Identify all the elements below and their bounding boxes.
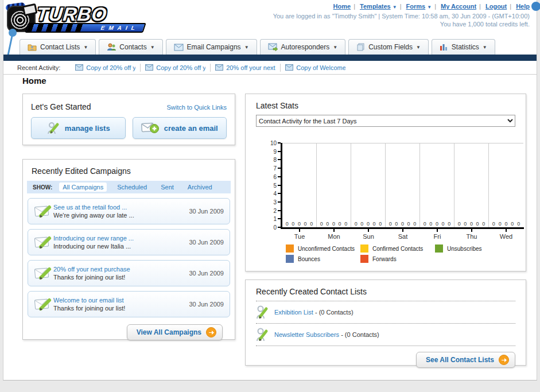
email-envelope-icon (145, 64, 153, 71)
x-axis-line (281, 227, 524, 229)
chart-value-labels: 00000 (489, 221, 523, 227)
envelope-pencil-icon (34, 235, 53, 250)
contact-list-link[interactable]: Exhibition List (274, 309, 313, 316)
chart-day-group: 00000 (420, 143, 454, 228)
chart-value-label: 0 (499, 221, 502, 227)
campaign-row[interactable]: 20% off your next purchase Thanks for jo… (28, 260, 230, 286)
tab-label: Contacts (119, 43, 146, 51)
filter-scheduled[interactable]: Scheduled (114, 183, 150, 192)
chart-value-label: 0 (436, 221, 438, 227)
email-envelope-icon (75, 64, 83, 71)
filter-all-campaigns[interactable]: All Campaigns (59, 183, 107, 192)
chart-value-label: 0 (339, 221, 341, 227)
campaign-subtitle: Thanks for joining our list! (53, 273, 189, 281)
chevron-down-icon: ▼ (244, 45, 249, 50)
x-axis-day-label: Mon (323, 233, 345, 240)
nav-link-templates[interactable]: Templates (360, 3, 391, 10)
y-axis-tick-label: 10 (264, 140, 277, 146)
x-axis-day-label: Sun (357, 233, 380, 240)
tab-contact-lists[interactable]: Contact Lists▼ (20, 39, 96, 55)
filter-sent[interactable]: Sent (157, 183, 177, 192)
nav-link-my-account[interactable]: My Account (441, 3, 476, 10)
stats-period-select[interactable]: Contact Activity for the Last 7 Days (256, 115, 515, 127)
chart-day-group: 00000 (317, 143, 351, 228)
chart-value-label: 0 (395, 221, 398, 227)
chart-value-label: 0 (332, 221, 335, 227)
campaign-title-link[interactable]: Introducing our new range ... (53, 234, 189, 242)
recent-activity-bar: Recent Activity: Copy of 20% off yo Copy… (3, 61, 537, 75)
campaign-date: 30 Jun 2009 (189, 301, 224, 308)
credits-info: You have 1,000 total credits left. (440, 21, 530, 28)
recent-activity-item[interactable]: Copy of 20% off yo (71, 64, 141, 72)
nav-link-logout[interactable]: Logout (485, 3, 507, 10)
get-started-title: Let's Get Started (31, 102, 91, 111)
x-axis-tick-mark (368, 229, 369, 232)
login-info: You are logged in as "Timothy Smith" | S… (273, 13, 530, 20)
contact-list-count: - (0 Contacts) (313, 309, 353, 316)
legend-label: Forwards (372, 256, 397, 262)
tab-autoresponders[interactable]: Autoresponders▼ (260, 39, 346, 55)
contact-list-item: Newsletter Subscribers - (0 Contacts) (256, 324, 515, 346)
chart-value-label: 0 (429, 221, 432, 227)
recent-activity-item[interactable]: Copy of 20% off yo (141, 64, 211, 72)
campaign-title-link[interactable]: Welcome to our email list (53, 296, 189, 304)
chart-value-label: 0 (298, 221, 301, 227)
chart-day-group: 00000 (386, 143, 420, 228)
campaigns-panel: Recently Edited Campaigns SHOW: All Camp… (22, 159, 235, 340)
campaign-row[interactable]: Welcome to our email list Thanks for joi… (28, 291, 230, 317)
recent-activity-item[interactable]: 20% off your next p (211, 64, 281, 72)
tab-custom-fields[interactable]: Custom Fields▼ (348, 39, 429, 55)
see-all-contact-lists-button[interactable]: See All Contact Lists (416, 352, 515, 368)
legend-label: Confirmed Contacts (372, 246, 423, 252)
campaign-row[interactable]: Introducing our new range ... Introducin… (28, 229, 230, 255)
chart-value-label: 0 (470, 221, 473, 227)
chart-value-label: 0 (511, 221, 514, 227)
campaign-date: 30 Jun 2009 (189, 208, 224, 215)
tab-statistics[interactable]: Statistics▼ (432, 39, 495, 55)
help-bubble-icon[interactable] (531, 2, 540, 11)
nav-link-help[interactable]: Help (516, 3, 530, 10)
chart-value-labels: 00000 (386, 221, 419, 227)
chart-day-group: 00000 (454, 143, 489, 228)
chart-value-label: 0 (517, 221, 520, 227)
contact-lists-folder-icon (28, 43, 37, 51)
tab-contacts[interactable]: Contacts▼ (99, 39, 162, 55)
statistics-chart-icon (440, 43, 448, 51)
page-container: TURBO EMAIL Home| Templates ▼| Forms ▼| … (3, 0, 537, 381)
contact-list-link[interactable]: Newsletter Subscribers (274, 331, 339, 338)
campaigns-title: Recently Edited Campaigns (32, 166, 231, 176)
chart-value-labels: 00000 (317, 221, 351, 227)
chart-value-label: 0 (476, 221, 479, 227)
legend-item: Unsubscribes (435, 244, 510, 253)
orange-arrow-icon (206, 327, 216, 337)
view-all-campaigns-button[interactable]: View All Campaigns (127, 324, 223, 340)
logo-title: TURBO (36, 3, 108, 25)
email-envelope-icon (285, 64, 293, 71)
chart-value-labels: 00000 (454, 221, 488, 227)
campaign-date: 30 Jun 2009 (189, 239, 224, 246)
x-axis-tick-mark (437, 229, 438, 232)
chart-value-label: 0 (407, 221, 410, 227)
campaign-title-link[interactable]: See us at the retail food ... (53, 203, 189, 211)
get-started-panel: Let's Get Started Switch to Quick Links … (22, 94, 235, 145)
switch-quick-links-link[interactable]: Switch to Quick Links (166, 104, 227, 111)
x-axis-tick-mark (402, 229, 403, 232)
recent-activity-item[interactable]: Copy of Welcome to (281, 64, 350, 72)
x-axis-tick-mark (471, 229, 472, 232)
y-axis-tick-label: 0 (264, 224, 277, 231)
campaign-row[interactable]: See us at the retail food ... We're givi… (28, 198, 230, 224)
latest-stats-title: Latest Stats (256, 101, 515, 110)
tab-email-campaigns[interactable]: Email Campaigns▼ (166, 39, 257, 55)
person-pencil-icon (46, 121, 60, 135)
campaign-subtitle: We're giving away our late ... (53, 211, 189, 219)
envelope-pencil-icon (34, 266, 53, 281)
nav-link-home[interactable]: Home (333, 3, 351, 10)
manage-lists-button[interactable]: manage lists (31, 117, 126, 139)
nav-link-forms[interactable]: Forms (406, 3, 426, 10)
chart-value-label: 0 (304, 221, 307, 227)
create-email-button[interactable]: create an email (133, 117, 227, 139)
chart-plot-area: 00000000000000000000000000000000000 (282, 143, 523, 227)
chart-value-label: 0 (360, 221, 363, 227)
filter-archived[interactable]: Archived (184, 183, 216, 192)
campaign-title-link[interactable]: 20% off your next purchase (53, 265, 189, 273)
